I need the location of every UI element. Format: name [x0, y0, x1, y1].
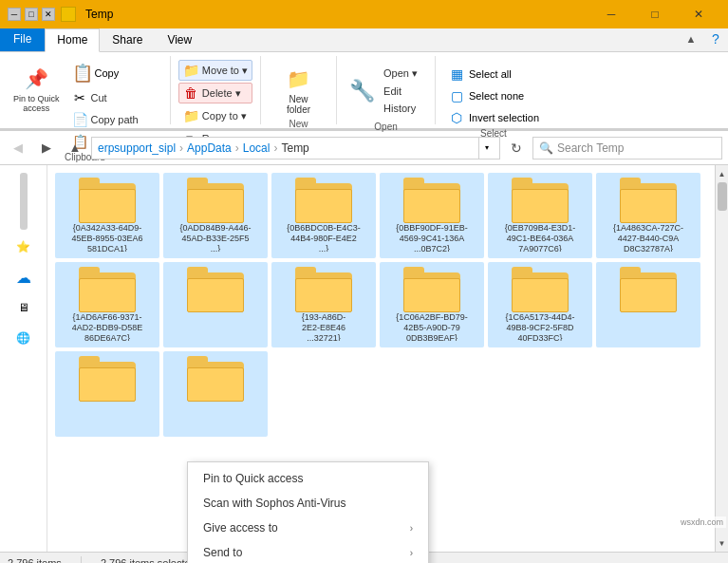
file-item[interactable] — [163, 351, 268, 437]
refresh-button[interactable]: ↻ — [504, 136, 529, 160]
file-item[interactable]: {193-A86D-2E2-E8E46...32721} — [271, 262, 376, 347]
open-label-group: Open — [374, 122, 397, 134]
file-item[interactable]: {1C06A2BF-BD79-42B5-A90D-790DB3B9EAF} — [380, 262, 484, 347]
history-button[interactable]: History — [379, 100, 422, 117]
right-scrollbar[interactable]: ▲ ▼ — [715, 165, 728, 552]
onedrive-icon: ☁ — [16, 269, 31, 287]
copy-to-label: Copy to ▾ — [202, 110, 247, 122]
file-item[interactable]: {0A342A33-64D9-45EB-8955-03EA6581DCA1} — [55, 173, 159, 258]
breadcrumb[interactable]: erpsupport_sipl › AppData › Local › Temp… — [91, 137, 500, 160]
properties-icon: 🔧 — [349, 79, 375, 103]
open-dropdown-button[interactable]: Open ▾ — [379, 65, 422, 83]
organize-items: 📁 Move to ▾ 🗑 Delete ▾ 📁 Copy to ▾ ✏ Ren… — [178, 56, 252, 149]
file-item[interactable]: {0ADD84B9-A446-45AD-B33E-25F5...} — [163, 173, 268, 258]
file-item[interactable]: {0EB709B4-E3D1-49C1-BE64-036A7A9077C6} — [488, 173, 592, 258]
context-menu-item-label: Pin to Quick access — [203, 472, 303, 485]
folder-icon — [512, 178, 569, 223]
invert-label: Invert selection — [469, 112, 539, 123]
context-menu-item-label: Send to — [203, 546, 242, 559]
folder-icon — [187, 178, 244, 223]
cut-button[interactable]: ✂ Cut — [67, 87, 162, 108]
sidebar-quick-access[interactable]: ⭐ — [5, 234, 43, 260]
context-menu-item[interactable]: Scan with Sophos Anti-Virus — [188, 491, 428, 516]
new-folder-icon: 📁 — [284, 64, 314, 94]
sidebar-scrollbar[interactable] — [20, 173, 28, 230]
copy-button[interactable]: 📋 Copy — [67, 60, 162, 86]
title-bar-minimize-btn[interactable]: ─ — [8, 8, 21, 21]
up-button[interactable]: ▲ — [63, 136, 87, 160]
edit-button[interactable]: Edit — [379, 83, 422, 100]
file-item[interactable]: {1AD6AF66-9371-4AD2-BDB9-D58E86DE6A7C} — [55, 262, 159, 347]
folder-icon — [620, 267, 677, 312]
maximize-button[interactable]: □ — [633, 0, 677, 28]
file-item[interactable]: {0B6BDC0B-E4C3-44B4-980F-E4E2...} — [271, 173, 376, 258]
folder-icon — [187, 356, 244, 402]
context-menu-item[interactable]: Pin to Quick access — [188, 466, 428, 491]
copy-to-button[interactable]: 📁 Copy to ▾ — [178, 105, 252, 126]
scroll-down-arrow[interactable]: ▼ — [716, 536, 729, 550]
delete-label: Delete ▾ — [202, 87, 241, 100]
pin-icon: 📌 — [21, 64, 51, 94]
breadcrumb-part-4[interactable]: Temp — [281, 141, 308, 155]
title-bar-folder-icon — [61, 7, 76, 22]
tab-file[interactable]: File — [0, 28, 45, 51]
search-box[interactable]: 🔍 Search Temp — [532, 137, 722, 160]
title-bar-title: Temp — [85, 8, 113, 21]
breadcrumb-part-2[interactable]: AppData — [187, 141, 232, 155]
scroll-up-arrow[interactable]: ▲ — [716, 167, 729, 180]
tab-share[interactable]: Share — [100, 28, 155, 51]
back-button[interactable]: ◀ — [6, 136, 30, 160]
quick-access-icon: ⭐ — [16, 240, 30, 253]
context-menu-item[interactable]: Give access to› — [188, 516, 428, 540]
context-menu-item[interactable]: Send to› — [188, 540, 428, 563]
title-bar-close-btn[interactable]: ✕ — [42, 8, 55, 21]
sidebar-onedrive[interactable]: ☁ — [5, 264, 43, 291]
pin-quick-access-button[interactable]: 📌 Pin to Quickaccess — [8, 60, 65, 117]
sidebar-network[interactable]: 🌐 — [5, 325, 43, 351]
move-to-button[interactable]: 📁 Move to ▾ — [178, 60, 252, 81]
title-bar-maximize-btn[interactable]: □ — [25, 8, 38, 21]
file-item[interactable]: {0BBF90DF-91EB-4569-9C41-136A...0B7C2} — [380, 173, 484, 258]
tab-home[interactable]: Home — [45, 28, 100, 52]
delete-button[interactable]: 🗑 Delete ▾ — [178, 83, 252, 103]
history-label: History — [383, 103, 416, 114]
submenu-arrow: › — [410, 548, 413, 558]
close-button[interactable]: ✕ — [677, 0, 720, 28]
open-btns: 🔧 Open ▾ Edit History — [345, 60, 427, 122]
scroll-thumb[interactable] — [718, 182, 727, 211]
file-item[interactable] — [55, 351, 159, 437]
help-button[interactable]: ? — [703, 28, 728, 49]
forward-button[interactable]: ▶ — [34, 136, 59, 160]
ribbon-tabs: File Home Share View ▲ ? — [0, 28, 728, 52]
ribbon-collapse-btn[interactable]: ▲ — [679, 28, 703, 49]
search-icon: 🔍 — [539, 141, 553, 155]
invert-icon: ⬡ — [448, 110, 465, 125]
move-to-label: Move to ▾ — [202, 65, 248, 77]
select-none-label: Select none — [469, 90, 524, 102]
file-item[interactable] — [163, 262, 268, 347]
file-name: {1AD6AF66-9371-4AD2-BDB9-D58E86DE6A7C} — [72, 312, 143, 341]
breadcrumb-part-1[interactable]: erpsupport_sipl — [98, 141, 176, 155]
properties-button[interactable]: 🔧 Open ▾ Edit History — [345, 60, 427, 122]
invert-selection-button[interactable]: ⬡ Invert selection — [443, 107, 544, 128]
new-label: New — [289, 119, 308, 131]
select-all-button[interactable]: ▦ Select all — [443, 64, 544, 84]
breadcrumb-part-3[interactable]: Local — [243, 141, 271, 155]
select-none-button[interactable]: ▢ Select none — [443, 85, 544, 106]
new-folder-button[interactable]: 📁 Newfolder — [278, 60, 320, 119]
breadcrumb-sep-2: › — [235, 141, 239, 155]
ribbon-group-clipboard: 📌 Pin to Quickaccess 📋 Copy ✂ Cut 📄 — [0, 56, 171, 124]
minimize-button[interactable]: ─ — [589, 0, 633, 28]
file-name: {0BBF90DF-91EB-4569-9C41-136A...0B7C2} — [396, 223, 468, 252]
folder-icon — [403, 178, 460, 223]
copy-path-button[interactable]: 📄 Copy path — [67, 109, 162, 130]
window-controls: ─ □ ✕ — [589, 0, 720, 28]
breadcrumb-dropdown-btn[interactable]: ▾ — [478, 137, 494, 160]
file-item[interactable]: {1A4863CA-727C-4427-B440-C9AD8C32787A} — [596, 173, 700, 258]
sidebar-this-pc[interactable]: 🖥 — [5, 294, 43, 321]
context-menu-item-label: Scan with Sophos Anti-Virus — [203, 497, 346, 510]
tab-view[interactable]: View — [155, 28, 204, 51]
open-items: 🔧 Open ▾ Edit History — [345, 56, 427, 122]
file-item[interactable] — [596, 262, 700, 347]
file-item[interactable]: {1C6A5173-44D4-49B8-9CF2-5F8D40FD33FC} — [488, 262, 592, 347]
